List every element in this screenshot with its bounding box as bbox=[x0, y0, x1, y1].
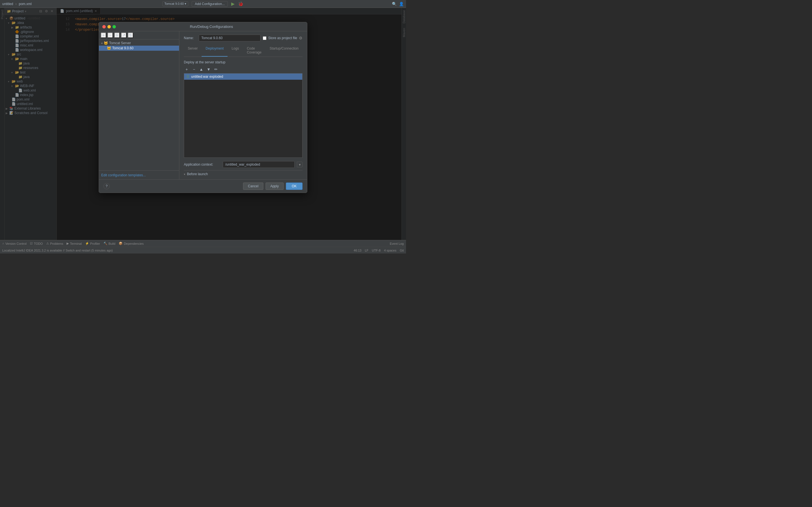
title-bar-right: 🔍 👤 bbox=[392, 2, 404, 6]
user-icon[interactable]: 👤 bbox=[399, 2, 404, 6]
status-bar: Localized IntelliJ IDEA 2021.3.2 is avai… bbox=[0, 247, 406, 253]
debug-button[interactable]: 🐞 bbox=[238, 1, 244, 6]
todo-icon: ☑ bbox=[30, 242, 33, 245]
build-button[interactable]: 🔨 Build bbox=[103, 242, 115, 245]
app-context-label: Application context: bbox=[184, 163, 220, 166]
name-label: Name: bbox=[184, 36, 197, 40]
cancel-button[interactable]: Cancel bbox=[243, 182, 263, 190]
move-up-button[interactable]: ▲ bbox=[199, 66, 204, 72]
move-config-button[interactable]: ↗ bbox=[121, 33, 126, 38]
tomcat-server-group[interactable]: ▾ 🐱 Tomcat Server bbox=[99, 41, 179, 46]
title-bar-center: Tomcat 9.0.60 ▾ Add Configuration... ▶ 🐞 bbox=[162, 1, 244, 7]
add-config-button[interactable]: Add Configuration... bbox=[192, 1, 228, 7]
deploy-section-label: Deploy at the server startup bbox=[184, 60, 303, 64]
deploy-toolbar: + − ▲ ▼ ✏ bbox=[184, 66, 303, 72]
before-launch-collapse-arrow: ▾ bbox=[184, 173, 185, 176]
bottom-bar-right: Event Log bbox=[390, 242, 404, 245]
dialog-overlay: Run/Debug Configurations + − ⎘ ↗ ⇅ ▾ 🐱 T… bbox=[0, 8, 406, 240]
deploy-artifact-list: ☰ untitled:war exploded bbox=[184, 73, 303, 158]
ok-button[interactable]: OK bbox=[286, 182, 303, 190]
config-label: Tomcat 9.0.60 bbox=[112, 46, 133, 50]
add-artifact-button[interactable]: + bbox=[184, 66, 190, 72]
help-button[interactable]: ? bbox=[103, 183, 110, 189]
encoding: UTF-8 bbox=[372, 249, 380, 252]
dialog-body: + − ⎘ ↗ ⇅ ▾ 🐱 Tomcat Server 🐱 Tomcat 9.0… bbox=[99, 31, 307, 179]
title-bar-left: untitled › pom.xml bbox=[2, 2, 32, 6]
search-icon[interactable]: 🔍 bbox=[392, 2, 397, 6]
todo-button[interactable]: ☑ TODO bbox=[30, 242, 43, 245]
before-launch-label: Before launch bbox=[187, 172, 208, 176]
line-ending: LF bbox=[365, 249, 368, 252]
tab-startup-connection[interactable]: Startup/Connection bbox=[266, 45, 303, 57]
dialog-right-panel: Name: Store as project file ⚙ Server Dep… bbox=[179, 31, 307, 179]
name-row: Name: Store as project file ⚙ bbox=[184, 35, 303, 41]
version-control-label: Version Control bbox=[5, 242, 27, 245]
terminal-button[interactable]: ▶ Terminal bbox=[66, 242, 82, 245]
name-input[interactable] bbox=[199, 35, 260, 41]
add-config-tree-button[interactable]: + bbox=[101, 33, 106, 38]
project-name: untitled bbox=[2, 2, 13, 6]
build-icon: 🔨 bbox=[103, 242, 107, 245]
version-control-button[interactable]: ⑃ Version Control bbox=[2, 242, 27, 245]
artifact-icon: ☰ bbox=[186, 75, 190, 78]
copy-config-button[interactable]: ⎘ bbox=[114, 33, 120, 38]
sort-config-button[interactable]: ⇅ bbox=[128, 33, 133, 38]
profiler-button[interactable]: ⚡ Profiler bbox=[85, 242, 100, 245]
remove-artifact-button[interactable]: − bbox=[191, 66, 197, 72]
tab-code-coverage[interactable]: Code Coverage bbox=[243, 45, 266, 57]
tab-logs[interactable]: Logs bbox=[227, 45, 243, 57]
event-log-label[interactable]: Event Log bbox=[390, 242, 404, 245]
store-project-checkbox[interactable] bbox=[263, 36, 266, 40]
terminal-label: Terminal bbox=[70, 242, 82, 245]
dialog-config-tree: ▾ 🐱 Tomcat Server 🐱 Tomcat 9.0.60 bbox=[99, 40, 179, 170]
status-bar-right: 46:13 LF UTF-8 4 spaces Git bbox=[354, 249, 404, 252]
status-message: Localized IntelliJ IDEA 2021.3.2 is avai… bbox=[2, 249, 113, 252]
artifact-item-war-exploded[interactable]: ☰ untitled:war exploded bbox=[184, 73, 302, 80]
dependencies-button[interactable]: 📦 Dependencies bbox=[119, 242, 144, 245]
app-context-dropdown-button[interactable]: ▾ bbox=[297, 162, 303, 167]
run-config-selector[interactable]: Tomcat 9.0.60 ▾ bbox=[162, 1, 188, 6]
maximize-window-button[interactable] bbox=[112, 25, 116, 29]
artifact-label: untitled:war exploded bbox=[191, 75, 223, 78]
problems-icon: ⚠ bbox=[46, 242, 49, 245]
title-bar: untitled › pom.xml Tomcat 9.0.60 ▾ Add C… bbox=[0, 0, 406, 8]
dependencies-icon: 📦 bbox=[119, 242, 123, 245]
group-label: Tomcat Server bbox=[109, 41, 131, 45]
tab-deployment[interactable]: Deployment bbox=[202, 45, 227, 57]
todo-label: TODO bbox=[34, 242, 43, 245]
remove-config-button[interactable]: − bbox=[107, 33, 113, 38]
problems-button[interactable]: ⚠ Problems bbox=[46, 242, 63, 245]
profiler-icon: ⚡ bbox=[85, 242, 89, 245]
before-launch-section: ▾ Before launch bbox=[184, 170, 303, 176]
build-label: Build bbox=[109, 242, 115, 245]
minimize-window-button[interactable] bbox=[107, 25, 111, 29]
apply-button[interactable]: Apply bbox=[266, 182, 284, 190]
dialog-titlebar: Run/Debug Configurations bbox=[99, 22, 307, 31]
app-context-input[interactable] bbox=[223, 161, 295, 168]
deployment-section: Deploy at the server startup + − ▲ ▼ ✏ ☰… bbox=[184, 60, 303, 176]
store-settings-button[interactable]: ⚙ bbox=[299, 36, 303, 40]
run-button[interactable]: ▶ bbox=[231, 1, 235, 6]
close-window-button[interactable] bbox=[102, 25, 106, 29]
version-control-icon: ⑃ bbox=[2, 242, 4, 245]
bottom-toolbar: ⑃ Version Control ☑ TODO ⚠ Problems ▶ Te… bbox=[0, 240, 406, 247]
app-context-row: Application context: ▾ bbox=[184, 161, 303, 168]
tab-server[interactable]: Server bbox=[184, 45, 202, 57]
edit-artifact-button[interactable]: ✏ bbox=[213, 66, 219, 72]
indent-info: 4 spaces bbox=[384, 249, 396, 252]
move-down-button[interactable]: ▼ bbox=[206, 66, 211, 72]
dialog-footer: ? Cancel Apply OK bbox=[99, 179, 307, 193]
run-debug-dialog: Run/Debug Configurations + − ⎘ ↗ ⇅ ▾ 🐱 T… bbox=[99, 22, 307, 193]
tomcat-config-item[interactable]: 🐱 Tomcat 9.0.60 bbox=[99, 46, 179, 51]
group-expand-arrow: ▾ bbox=[101, 42, 103, 45]
dependencies-label: Dependencies bbox=[124, 242, 144, 245]
tomcat-config-icon: 🐱 bbox=[107, 46, 111, 50]
dialog-footer-buttons: Cancel Apply OK bbox=[243, 182, 303, 190]
config-tabs: Server Deployment Logs Code Coverage Sta… bbox=[184, 45, 303, 57]
edit-templates-link[interactable]: Edit configuration templates... bbox=[101, 173, 146, 177]
file-name: pom.xml bbox=[19, 2, 32, 6]
store-checkbox-row: Store as project file ⚙ bbox=[263, 36, 303, 40]
before-launch-header[interactable]: ▾ Before launch bbox=[184, 172, 303, 176]
traffic-lights bbox=[102, 25, 116, 29]
store-label: Store as project file bbox=[268, 36, 297, 40]
